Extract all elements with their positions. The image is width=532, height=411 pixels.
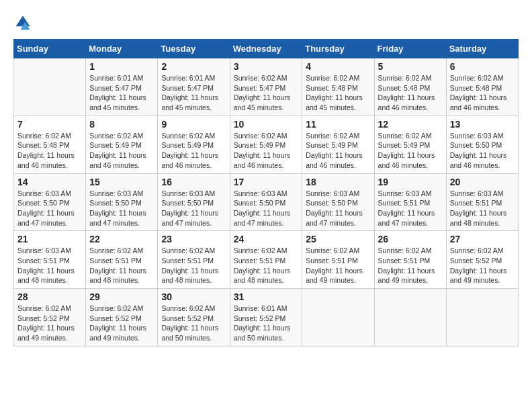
logo-icon	[13, 13, 32, 32]
weekday-header-thursday: Thursday	[302, 40, 374, 58]
calendar-cell: 4Sunrise: 6:02 AM Sunset: 5:48 PM Daylig…	[302, 58, 374, 116]
day-number: 18	[306, 177, 370, 187]
calendar-cell: 10Sunrise: 6:02 AM Sunset: 5:49 PM Dayli…	[230, 116, 302, 173]
day-number: 28	[17, 291, 82, 302]
calendar-cell: 29Sunrise: 6:02 AM Sunset: 5:52 PM Dayli…	[86, 289, 158, 347]
day-number: 1	[89, 61, 154, 72]
calendar-cell: 23Sunrise: 6:02 AM Sunset: 5:51 PM Dayli…	[158, 231, 230, 289]
day-info: Sunrise: 6:03 AM Sunset: 5:50 PM Dayligh…	[161, 189, 226, 228]
day-info: Sunrise: 6:03 AM Sunset: 5:51 PM Dayligh…	[450, 189, 515, 228]
day-info: Sunrise: 6:02 AM Sunset: 5:48 PM Dayligh…	[450, 73, 515, 113]
calendar-cell	[374, 289, 446, 347]
calendar-cell: 2Sunrise: 6:01 AM Sunset: 5:47 PM Daylig…	[158, 58, 230, 116]
calendar-cell: 13Sunrise: 6:03 AM Sunset: 5:50 PM Dayli…	[446, 116, 518, 173]
calendar-week-row: 28Sunrise: 6:02 AM Sunset: 5:52 PM Dayli…	[14, 289, 519, 347]
day-number: 31	[234, 291, 299, 302]
day-info: Sunrise: 6:03 AM Sunset: 5:50 PM Dayligh…	[89, 189, 154, 228]
weekday-header-saturday: Saturday	[446, 40, 518, 58]
day-info: Sunrise: 6:02 AM Sunset: 5:51 PM Dayligh…	[161, 246, 226, 285]
day-info: Sunrise: 6:01 AM Sunset: 5:47 PM Dayligh…	[161, 73, 226, 113]
day-number: 23	[161, 234, 226, 244]
day-number: 13	[450, 119, 515, 130]
day-number: 4	[306, 61, 370, 72]
page-header	[13, 13, 519, 32]
day-info: Sunrise: 6:03 AM Sunset: 5:51 PM Dayligh…	[17, 246, 82, 285]
weekday-header-wednesday: Wednesday	[230, 40, 302, 58]
weekday-header-sunday: Sunday	[14, 40, 86, 58]
day-info: Sunrise: 6:03 AM Sunset: 5:50 PM Dayligh…	[17, 189, 82, 228]
calendar-cell: 3Sunrise: 6:02 AM Sunset: 5:47 PM Daylig…	[230, 58, 302, 116]
day-number: 6	[450, 61, 515, 72]
calendar-cell: 7Sunrise: 6:02 AM Sunset: 5:48 PM Daylig…	[14, 116, 86, 173]
calendar-cell: 17Sunrise: 6:03 AM Sunset: 5:50 PM Dayli…	[230, 173, 302, 231]
day-number: 25	[306, 234, 370, 244]
day-info: Sunrise: 6:02 AM Sunset: 5:49 PM Dayligh…	[378, 131, 443, 171]
svg-marker-0	[16, 16, 30, 27]
day-number: 17	[234, 177, 299, 187]
weekday-header-monday: Monday	[86, 40, 158, 58]
day-info: Sunrise: 6:01 AM Sunset: 5:47 PM Dayligh…	[89, 73, 154, 113]
calendar-week-row: 7Sunrise: 6:02 AM Sunset: 5:48 PM Daylig…	[14, 116, 519, 173]
day-info: Sunrise: 6:02 AM Sunset: 5:49 PM Dayligh…	[306, 131, 370, 171]
calendar-cell: 27Sunrise: 6:02 AM Sunset: 5:52 PM Dayli…	[446, 231, 518, 289]
calendar-cell: 5Sunrise: 6:02 AM Sunset: 5:48 PM Daylig…	[374, 58, 446, 116]
calendar-cell: 30Sunrise: 6:02 AM Sunset: 5:52 PM Dayli…	[158, 289, 230, 347]
calendar-cell: 12Sunrise: 6:02 AM Sunset: 5:49 PM Dayli…	[374, 116, 446, 173]
calendar-cell: 18Sunrise: 6:03 AM Sunset: 5:50 PM Dayli…	[302, 173, 374, 231]
day-number: 8	[89, 119, 154, 130]
day-number: 22	[89, 234, 154, 244]
day-info: Sunrise: 6:02 AM Sunset: 5:49 PM Dayligh…	[234, 131, 299, 171]
day-number: 15	[89, 177, 154, 187]
day-number: 16	[161, 177, 226, 187]
day-number: 11	[306, 119, 370, 130]
calendar-cell: 8Sunrise: 6:02 AM Sunset: 5:49 PM Daylig…	[86, 116, 158, 173]
day-number: 26	[378, 234, 443, 244]
day-number: 2	[161, 61, 226, 72]
calendar-cell: 11Sunrise: 6:02 AM Sunset: 5:49 PM Dayli…	[302, 116, 374, 173]
day-info: Sunrise: 6:02 AM Sunset: 5:52 PM Dayligh…	[89, 304, 154, 343]
weekday-header-friday: Friday	[374, 40, 446, 58]
calendar-week-row: 21Sunrise: 6:03 AM Sunset: 5:51 PM Dayli…	[14, 231, 519, 289]
calendar-cell	[446, 289, 518, 347]
calendar-cell: 22Sunrise: 6:02 AM Sunset: 5:51 PM Dayli…	[86, 231, 158, 289]
day-number: 12	[378, 119, 443, 130]
day-number: 7	[17, 119, 82, 130]
day-info: Sunrise: 6:02 AM Sunset: 5:51 PM Dayligh…	[306, 246, 370, 285]
day-number: 21	[17, 234, 82, 244]
weekday-header-row: SundayMondayTuesdayWednesdayThursdayFrid…	[14, 40, 519, 58]
day-number: 14	[17, 177, 82, 187]
day-number: 5	[378, 61, 443, 72]
day-number: 10	[234, 119, 299, 130]
day-number: 29	[89, 291, 154, 302]
day-info: Sunrise: 6:02 AM Sunset: 5:51 PM Dayligh…	[89, 246, 154, 285]
day-number: 27	[450, 234, 515, 244]
day-info: Sunrise: 6:02 AM Sunset: 5:48 PM Dayligh…	[378, 73, 443, 113]
day-info: Sunrise: 6:02 AM Sunset: 5:52 PM Dayligh…	[161, 304, 226, 343]
day-info: Sunrise: 6:02 AM Sunset: 5:52 PM Dayligh…	[450, 246, 515, 285]
day-info: Sunrise: 6:02 AM Sunset: 5:51 PM Dayligh…	[378, 246, 443, 285]
day-number: 24	[234, 234, 299, 244]
day-info: Sunrise: 6:02 AM Sunset: 5:51 PM Dayligh…	[234, 246, 299, 285]
calendar-cell: 9Sunrise: 6:02 AM Sunset: 5:49 PM Daylig…	[158, 116, 230, 173]
day-info: Sunrise: 6:02 AM Sunset: 5:47 PM Dayligh…	[234, 73, 299, 113]
calendar-cell: 1Sunrise: 6:01 AM Sunset: 5:47 PM Daylig…	[86, 58, 158, 116]
calendar-cell: 26Sunrise: 6:02 AM Sunset: 5:51 PM Dayli…	[374, 231, 446, 289]
calendar-week-row: 14Sunrise: 6:03 AM Sunset: 5:50 PM Dayli…	[14, 173, 519, 231]
calendar-cell	[14, 58, 86, 116]
calendar-cell: 25Sunrise: 6:02 AM Sunset: 5:51 PM Dayli…	[302, 231, 374, 289]
calendar-cell: 31Sunrise: 6:01 AM Sunset: 5:52 PM Dayli…	[230, 289, 302, 347]
day-number: 20	[450, 177, 515, 187]
day-number: 9	[161, 119, 226, 130]
calendar-cell: 24Sunrise: 6:02 AM Sunset: 5:51 PM Dayli…	[230, 231, 302, 289]
day-info: Sunrise: 6:03 AM Sunset: 5:51 PM Dayligh…	[378, 189, 443, 228]
weekday-header-tuesday: Tuesday	[158, 40, 230, 58]
calendar-cell: 28Sunrise: 6:02 AM Sunset: 5:52 PM Dayli…	[14, 289, 86, 347]
calendar-cell: 15Sunrise: 6:03 AM Sunset: 5:50 PM Dayli…	[86, 173, 158, 231]
calendar-week-row: 1Sunrise: 6:01 AM Sunset: 5:47 PM Daylig…	[14, 58, 519, 116]
calendar-cell: 16Sunrise: 6:03 AM Sunset: 5:50 PM Dayli…	[158, 173, 230, 231]
day-info: Sunrise: 6:02 AM Sunset: 5:49 PM Dayligh…	[89, 131, 154, 171]
day-info: Sunrise: 6:02 AM Sunset: 5:49 PM Dayligh…	[161, 131, 226, 171]
day-info: Sunrise: 6:03 AM Sunset: 5:50 PM Dayligh…	[306, 189, 370, 228]
calendar-cell: 6Sunrise: 6:02 AM Sunset: 5:48 PM Daylig…	[446, 58, 518, 116]
day-number: 30	[161, 291, 226, 302]
